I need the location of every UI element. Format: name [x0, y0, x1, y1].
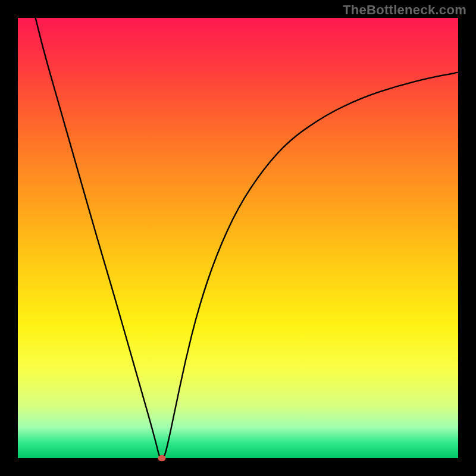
min-marker: [158, 455, 165, 461]
chart-background: [18, 18, 458, 458]
watermark-label: TheBottleneck.com: [343, 2, 466, 18]
bottleneck-chart: [0, 0, 476, 476]
chart-wrapper: TheBottleneck.com: [0, 0, 476, 476]
